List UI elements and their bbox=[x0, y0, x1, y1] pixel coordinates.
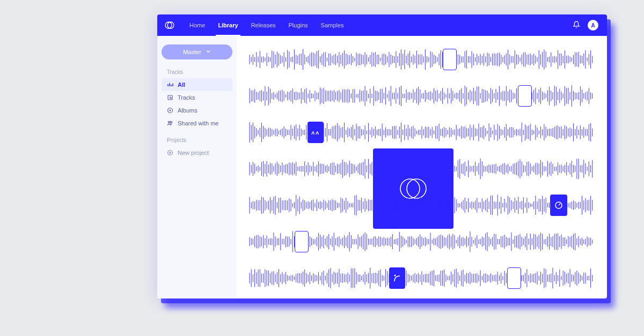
nav-releases[interactable]: Releases bbox=[246, 14, 281, 36]
track-marker[interactable] bbox=[389, 267, 405, 289]
sidebar-item-label: All bbox=[178, 81, 185, 88]
sidebar-item-label: Albums bbox=[178, 107, 197, 114]
waveform-row[interactable] bbox=[250, 158, 594, 180]
notifications-icon[interactable] bbox=[573, 21, 580, 29]
topbar: Home Library Releases Plugins Samples A bbox=[157, 14, 607, 36]
waveform-row[interactable] bbox=[250, 49, 594, 70]
chevron-down-icon bbox=[206, 49, 211, 55]
new-project-button[interactable]: New project bbox=[162, 146, 232, 159]
disc-icon bbox=[167, 107, 173, 114]
waveform-row[interactable] bbox=[250, 231, 594, 252]
avatar[interactable]: A bbox=[588, 20, 598, 31]
sidebar-item-all[interactable]: All bbox=[162, 78, 232, 91]
nav-samples[interactable]: Samples bbox=[316, 14, 349, 36]
svg-point-4 bbox=[170, 110, 171, 111]
track-marker[interactable] bbox=[295, 231, 309, 252]
master-button[interactable]: Master bbox=[162, 44, 232, 59]
music-note-icon bbox=[167, 94, 173, 101]
track-marker[interactable] bbox=[550, 195, 567, 216]
sidebar-item-albums[interactable]: Albums bbox=[162, 104, 232, 117]
waveform-row[interactable] bbox=[250, 195, 594, 216]
app-window: Home Library Releases Plugins Samples A bbox=[157, 14, 607, 298]
track-marker[interactable] bbox=[507, 267, 521, 289]
svg-point-3 bbox=[168, 108, 173, 113]
sidebar: Master Tracks All Tracks bbox=[157, 36, 237, 298]
svg-point-6 bbox=[170, 121, 172, 123]
svg-point-5 bbox=[168, 121, 170, 123]
plus-circle-icon bbox=[167, 150, 173, 156]
sidebar-item-label: Tracks bbox=[178, 94, 195, 101]
bars-icon bbox=[167, 81, 173, 88]
nav-home[interactable]: Home bbox=[184, 14, 210, 36]
logo-tile[interactable] bbox=[373, 148, 453, 229]
waveform-row[interactable] bbox=[250, 85, 594, 107]
track-marker[interactable] bbox=[443, 49, 457, 70]
nav-plugins[interactable]: Plugins bbox=[283, 14, 313, 36]
sidebar-item-label: New project bbox=[178, 150, 209, 156]
track-marker[interactable] bbox=[518, 85, 532, 107]
waveform-row[interactable] bbox=[250, 267, 594, 289]
sidebar-item-label: Shared with me bbox=[178, 120, 218, 126]
section-label-tracks: Tracks bbox=[167, 69, 229, 75]
master-button-label: Master bbox=[183, 49, 201, 55]
main-nav: Home Library Releases Plugins Samples bbox=[184, 14, 349, 36]
people-icon bbox=[167, 120, 173, 126]
sidebar-item-shared[interactable]: Shared with me bbox=[162, 117, 232, 130]
track-marker[interactable] bbox=[308, 122, 324, 143]
svg-point-1411 bbox=[394, 275, 396, 276]
section-label-projects: Projects bbox=[167, 137, 229, 143]
nav-library[interactable]: Library bbox=[213, 14, 243, 36]
sidebar-item-tracks[interactable]: Tracks bbox=[162, 91, 232, 104]
waveform-row[interactable] bbox=[250, 122, 594, 143]
waveform-canvas bbox=[237, 36, 607, 298]
app-logo-icon bbox=[165, 20, 174, 30]
